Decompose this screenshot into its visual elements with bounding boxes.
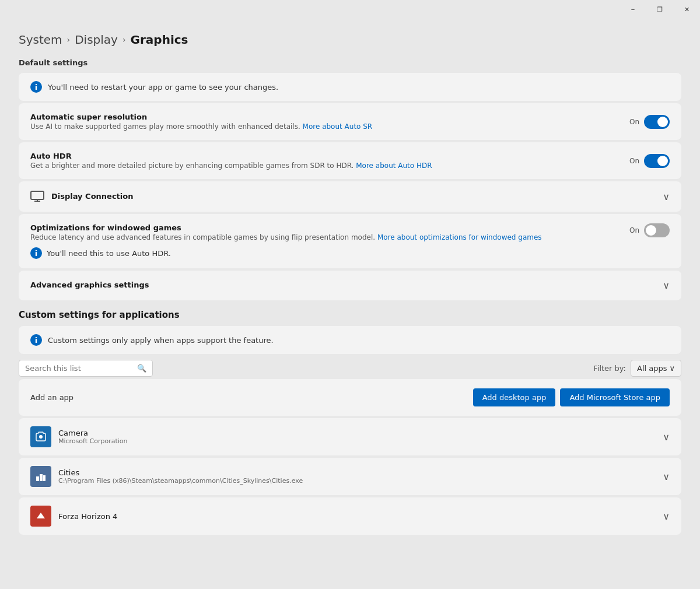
cities-app-path: C:\Program Files (x86)\Steam\steamapps\c… — [58, 477, 303, 485]
camera-app-icon — [30, 426, 51, 447]
app-item-forza[interactable]: Forza Horizon 4 ∨ — [19, 497, 681, 535]
breadcrumb-system[interactable]: System — [19, 33, 62, 47]
svg-rect-5 — [43, 475, 46, 481]
filter-chevron-icon: ∨ — [669, 364, 675, 373]
restart-notice-text: You'll need to restart your app or game … — [48, 83, 278, 92]
add-desktop-button[interactable]: Add desktop app — [473, 388, 556, 406]
auto-hdr-link[interactable]: More about Auto HDR — [356, 162, 432, 170]
cities-app-name: Cities — [58, 468, 303, 477]
add-app-label: Add an app — [30, 393, 74, 402]
auto-hdr-state: On — [629, 157, 639, 165]
breadcrumb: System › Display › Graphics — [19, 33, 681, 47]
windowed-notice-icon: i — [30, 247, 42, 259]
custom-notice: i Custom settings only apply when apps s… — [19, 326, 681, 354]
search-box[interactable]: 🔍 — [19, 360, 153, 377]
display-connection-chevron: ∨ — [663, 191, 670, 202]
svg-rect-4 — [40, 474, 43, 481]
windowed-notice: i You'll need this to use Auto HDR. — [30, 247, 670, 259]
camera-app-left: Camera Microsoft Corporation — [30, 426, 128, 447]
filter-label: Filter by: — [593, 364, 626, 373]
forza-app-left: Forza Horizon 4 — [30, 506, 117, 527]
close-button[interactable]: ✕ — [673, 0, 700, 19]
search-input[interactable] — [25, 364, 134, 373]
svg-rect-3 — [36, 476, 39, 481]
app-item-camera[interactable]: Camera Microsoft Corporation ∨ — [19, 418, 681, 455]
auto-sr-title: Automatic super resolution — [30, 113, 618, 121]
windowed-state: On — [629, 226, 639, 234]
filter-row: Filter by: All apps ∨ — [593, 360, 681, 377]
restart-notice: i You'll need to restart your app or gam… — [19, 73, 681, 101]
auto-sr-state: On — [629, 118, 639, 126]
auto-sr-card: Automatic super resolution Use AI to mak… — [19, 103, 681, 140]
auto-hdr-toggle-right: On — [629, 154, 670, 168]
svg-rect-0 — [31, 191, 44, 199]
breadcrumb-display[interactable]: Display — [75, 33, 118, 47]
forza-app-info: Forza Horizon 4 — [58, 512, 117, 521]
auto-hdr-label-group: Auto HDR Get a brighter and more detaile… — [30, 152, 618, 170]
windowed-games-card: Optimizations for windowed games Reduce … — [19, 214, 681, 268]
advanced-graphics-label: Advanced graphics settings — [30, 281, 149, 289]
auto-sr-label-group: Automatic super resolution Use AI to mak… — [30, 113, 618, 131]
add-app-card: Add an app Add desktop app Add Microsoft… — [19, 379, 681, 416]
camera-app-name: Camera — [58, 429, 128, 437]
add-buttons: Add desktop app Add Microsoft Store app — [473, 388, 670, 406]
search-icon: 🔍 — [137, 364, 146, 373]
windowed-desc: Reduce latency and use advanced features… — [30, 233, 618, 241]
windowed-link[interactable]: More about optimizations for windowed ga… — [377, 233, 542, 241]
maximize-button[interactable]: ❐ — [646, 0, 673, 19]
auto-sr-desc: Use AI to make supported games play more… — [30, 122, 618, 131]
app-item-cities[interactable]: Cities C:\Program Files (x86)\Steam\stea… — [19, 458, 681, 495]
filter-select[interactable]: All apps ∨ — [631, 360, 681, 377]
camera-app-publisher: Microsoft Corporation — [58, 437, 128, 445]
forza-app-name: Forza Horizon 4 — [58, 512, 117, 521]
display-connection-left: Display Connection — [30, 191, 133, 202]
auto-hdr-desc: Get a brighter and more detailed picture… — [30, 162, 618, 170]
svg-rect-6 — [37, 475, 37, 476]
default-settings-heading: Default settings — [19, 58, 681, 67]
auto-sr-link[interactable]: More about Auto SR — [303, 122, 373, 131]
title-bar: − ❐ ✕ — [620, 0, 700, 19]
cities-app-icon — [30, 466, 51, 487]
windowed-toggle[interactable] — [644, 223, 670, 237]
cities-app-info: Cities C:\Program Files (x86)\Steam\stea… — [58, 468, 303, 485]
main-content: System › Display › Graphics Default sett… — [0, 19, 700, 589]
auto-hdr-toggle[interactable] — [644, 154, 670, 168]
breadcrumb-sep-1: › — [67, 35, 71, 44]
filter-value: All apps — [637, 364, 667, 373]
breadcrumb-graphics: Graphics — [131, 33, 188, 47]
svg-rect-7 — [38, 475, 38, 476]
windowed-title: Optimizations for windowed games — [30, 223, 618, 232]
forza-chevron-icon: ∨ — [663, 511, 670, 522]
advanced-graphics-card[interactable]: Advanced graphics settings ∨ — [19, 271, 681, 300]
custom-notice-icon: i — [30, 334, 42, 346]
cities-app-left: Cities C:\Program Files (x86)\Steam\stea… — [30, 466, 303, 487]
minimize-button[interactable]: − — [620, 0, 646, 19]
monitor-icon — [30, 191, 44, 202]
breadcrumb-sep-2: › — [123, 35, 126, 44]
auto-hdr-card: Auto HDR Get a brighter and more detaile… — [19, 142, 681, 179]
windowed-notice-text: You'll need this to use Auto HDR. — [47, 249, 171, 258]
display-connection-label: Display Connection — [51, 192, 133, 201]
display-connection-card[interactable]: Display Connection ∨ — [19, 181, 681, 212]
cities-chevron-icon: ∨ — [663, 471, 670, 482]
windowed-label-group: Optimizations for windowed games Reduce … — [30, 223, 618, 241]
add-store-button[interactable]: Add Microsoft Store app — [560, 388, 670, 406]
custom-notice-text: Custom settings only apply when apps sup… — [48, 336, 274, 345]
auto-hdr-title: Auto HDR — [30, 152, 618, 160]
auto-sr-toggle[interactable] — [644, 115, 670, 129]
search-filter-row: 🔍 Filter by: All apps ∨ — [19, 360, 681, 377]
advanced-graphics-chevron: ∨ — [663, 280, 670, 291]
restart-notice-icon: i — [30, 81, 42, 93]
camera-chevron-icon: ∨ — [663, 432, 670, 443]
windowed-toggle-right: On — [629, 223, 670, 237]
forza-app-icon — [30, 506, 51, 527]
camera-app-info: Camera Microsoft Corporation — [58, 429, 128, 445]
auto-sr-toggle-right: On — [629, 115, 670, 129]
custom-settings-heading: Custom settings for applications — [19, 310, 681, 320]
